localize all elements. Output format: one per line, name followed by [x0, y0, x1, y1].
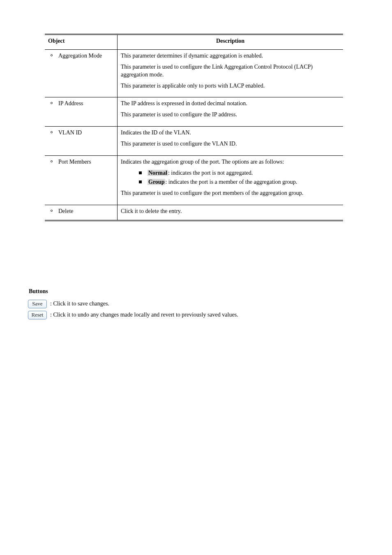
row-desc: This parameter is used to configure the …: [121, 190, 340, 197]
option-rest: : indicates the port is not aggregated.: [168, 170, 253, 176]
row-label: Port Members: [58, 158, 114, 166]
table-row: Aggregation Mode This parameter determin…: [45, 49, 343, 97]
buttons-heading: Buttons: [29, 288, 238, 296]
options-list: Normal: indicates the port is not aggreg…: [139, 169, 340, 186]
table-row: IP Address The IP address is expressed i…: [45, 97, 343, 127]
reset-button-desc: : Click it to undo any changes made loca…: [50, 311, 238, 319]
row-desc: This parameter is used to configure the …: [121, 140, 340, 148]
bullet-icon: [51, 102, 53, 104]
square-bullet-icon: [139, 171, 142, 174]
row-desc: This parameter determines if dynamic agg…: [121, 52, 340, 60]
square-bullet-icon: [139, 180, 142, 183]
row-label: Aggregation Mode: [58, 52, 114, 60]
row-desc: Click it to delete the entry.: [121, 208, 340, 215]
option-name: Normal: [148, 170, 168, 176]
list-item: Group: indicates the port is a member of…: [139, 178, 340, 186]
table-header-object: Object: [45, 35, 118, 50]
table-row: Port Members Indicates the aggregation g…: [45, 156, 343, 205]
parameters-table: Object Description Aggregation Mode This…: [45, 34, 343, 221]
row-desc: Indicates the ID of the VLAN.: [121, 129, 340, 137]
row-desc: Indicates the aggregation group of the p…: [121, 158, 340, 166]
row-desc: The IP address is expressed in dotted de…: [121, 100, 340, 108]
table-row: Delete Click it to delete the entry.: [45, 205, 343, 221]
row-desc: This parameter is used to configure the …: [121, 111, 340, 119]
table-header-description: Description: [118, 35, 344, 50]
bullet-icon: [51, 160, 53, 162]
bullet-icon: [51, 210, 53, 212]
row-label: VLAN ID: [58, 129, 114, 137]
reset-button[interactable]: Reset: [28, 311, 47, 319]
row-label: Delete: [58, 208, 114, 215]
bullet-icon: [51, 54, 53, 56]
option-rest: : indicates the port is a member of the …: [165, 179, 297, 185]
save-button-desc: : Click it to save changes.: [50, 300, 238, 308]
option-name: Group: [148, 179, 165, 185]
list-item: Normal: indicates the port is not aggreg…: [139, 169, 340, 177]
row-desc: This parameter is applicable only to por…: [121, 82, 340, 90]
row-desc: This parameter is used to configure the …: [121, 63, 340, 79]
buttons-section: Buttons Save : Click it to save changes.…: [28, 288, 238, 322]
row-label: IP Address: [58, 100, 114, 108]
save-button[interactable]: Save: [28, 300, 47, 308]
bullet-icon: [51, 131, 53, 133]
table-row: VLAN ID Indicates the ID of the VLAN. Th…: [45, 127, 343, 156]
